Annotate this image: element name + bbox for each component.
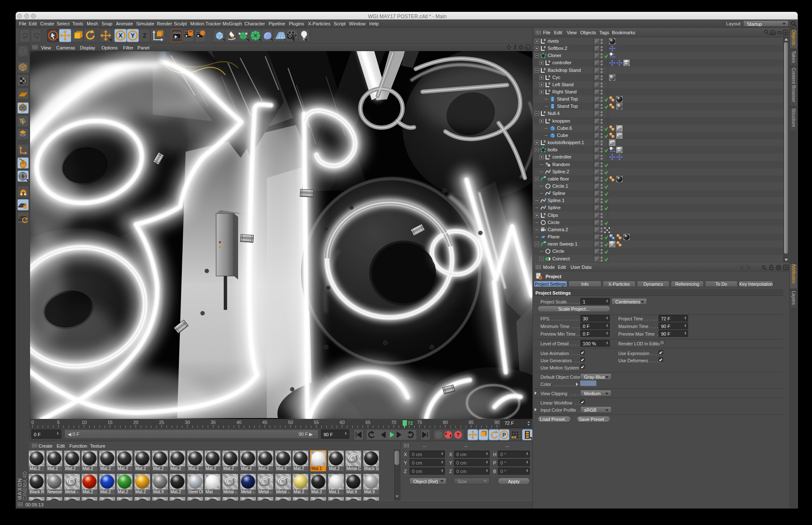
svg-text:75: 75 xyxy=(417,420,422,425)
svg-text:40: 40 xyxy=(236,420,241,425)
svg-text:0: 0 xyxy=(549,118,550,121)
svg-text:90: 90 xyxy=(494,420,499,425)
svg-text:50: 50 xyxy=(288,420,293,425)
svg-text:85: 85 xyxy=(469,420,474,425)
svg-text:5: 5 xyxy=(57,420,60,425)
svg-text:0: 0 xyxy=(549,154,550,157)
svg-text:0: 0 xyxy=(549,60,550,63)
svg-text:70: 70 xyxy=(391,420,396,425)
svg-text:45: 45 xyxy=(262,420,267,425)
svg-text:Z: Z xyxy=(143,32,147,39)
svg-text:Y: Y xyxy=(131,32,135,39)
svg-text:0: 0 xyxy=(549,82,550,85)
svg-text:72 F: 72 F xyxy=(505,421,514,426)
svg-text:P: P xyxy=(502,432,506,438)
svg-text:0: 0 xyxy=(544,46,546,49)
svg-text:10: 10 xyxy=(82,420,87,425)
svg-text:?: ? xyxy=(456,432,460,438)
svg-text:0: 0 xyxy=(544,140,546,143)
svg-text:80: 80 xyxy=(443,420,448,425)
svg-text:0: 0 xyxy=(31,420,34,425)
svg-text:30: 30 xyxy=(185,420,190,425)
svg-text:X: X xyxy=(118,32,123,39)
svg-text:65: 65 xyxy=(365,420,370,425)
svg-text:20: 20 xyxy=(133,420,138,425)
svg-text:0: 0 xyxy=(544,68,546,71)
svg-text:0: 0 xyxy=(544,111,546,114)
svg-text:0: 0 xyxy=(544,38,546,41)
svg-text:0: 0 xyxy=(544,213,546,216)
svg-text:25: 25 xyxy=(159,420,164,425)
svg-text:0: 0 xyxy=(549,75,550,78)
svg-text:15: 15 xyxy=(107,420,112,425)
svg-text:0: 0 xyxy=(549,89,550,92)
svg-text:72: 72 xyxy=(408,421,413,426)
svg-text:60: 60 xyxy=(340,420,345,425)
svg-text:35: 35 xyxy=(211,420,216,425)
svg-text:55: 55 xyxy=(314,420,319,425)
svg-text:S: S xyxy=(22,174,25,179)
